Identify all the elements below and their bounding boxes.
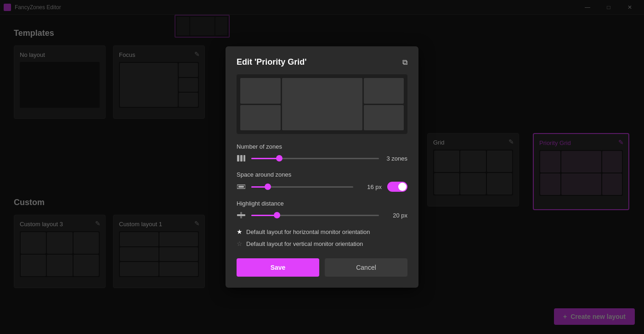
cancel-button[interactable]: Cancel: [325, 258, 407, 277]
preview-cell: [240, 105, 281, 131]
preview-cell: [282, 78, 362, 130]
setting-control: 20 px: [237, 211, 407, 220]
setting-control: 16 px: [237, 182, 407, 192]
copy-button[interactable]: ⧉: [402, 58, 407, 67]
vertical-label: Default layout for vertical monitor orie…: [246, 240, 363, 247]
highlight-slider[interactable]: [251, 211, 379, 220]
slider-fill: [251, 215, 277, 216]
slider-fill: [251, 158, 279, 159]
zones-value: 3 zones: [384, 155, 407, 162]
setting-label: Space around zones: [237, 171, 407, 178]
svg-rect-0: [237, 155, 239, 161]
space-icon: [237, 182, 246, 191]
horizontal-star-icon[interactable]: ★: [237, 228, 243, 235]
space-toggle[interactable]: [387, 182, 407, 192]
save-button[interactable]: Save: [237, 258, 319, 277]
slider-thumb: [265, 184, 271, 190]
svg-rect-4: [238, 186, 244, 188]
slider-thumb: [276, 155, 282, 161]
edit-dialog: Edit 'Priority Grid' ⧉ Number of zones: [226, 46, 418, 288]
slider-thumb: [274, 212, 280, 218]
toggle-thumb: [398, 183, 407, 191]
setting-control: 3 zones: [237, 154, 407, 163]
vertical-star-icon[interactable]: ☆: [237, 240, 243, 247]
preview-cell: [240, 78, 281, 104]
dialog-header: Edit 'Priority Grid' ⧉: [237, 57, 407, 67]
dialog-buttons: Save Cancel: [237, 258, 407, 277]
preview-cell: [364, 78, 404, 104]
zones-icon: [237, 154, 246, 163]
space-slider[interactable]: [251, 182, 353, 191]
slider-track: [251, 158, 379, 159]
svg-rect-2: [243, 155, 245, 161]
zones-slider[interactable]: [251, 154, 379, 163]
default-vertical-row: ☆ Default layout for vertical monitor or…: [237, 240, 407, 247]
svg-rect-6: [240, 212, 242, 218]
space-value: 16 px: [359, 184, 382, 190]
default-horizontal-row: ★ Default layout for horizontal monitor …: [237, 228, 407, 235]
dialog-overlay: Edit 'Priority Grid' ⧉ Number of zones: [0, 0, 644, 334]
slider-track: [251, 186, 353, 188]
layout-preview: [237, 74, 407, 134]
preview-cell: [364, 105, 404, 131]
highlight-distance-setting: Highlight distance 20 px: [237, 200, 407, 220]
number-of-zones-setting: Number of zones 3 zones: [237, 143, 407, 163]
svg-rect-1: [240, 155, 243, 161]
space-around-zones-setting: Space around zones 16 px: [237, 171, 407, 192]
highlight-icon: [237, 211, 246, 220]
highlight-value: 20 px: [384, 212, 407, 219]
setting-label: Number of zones: [237, 143, 407, 150]
setting-label: Highlight distance: [237, 200, 407, 207]
slider-track: [251, 215, 379, 216]
dialog-title: Edit 'Priority Grid': [237, 57, 307, 67]
horizontal-label: Default layout for horizontal monitor or…: [246, 228, 370, 235]
